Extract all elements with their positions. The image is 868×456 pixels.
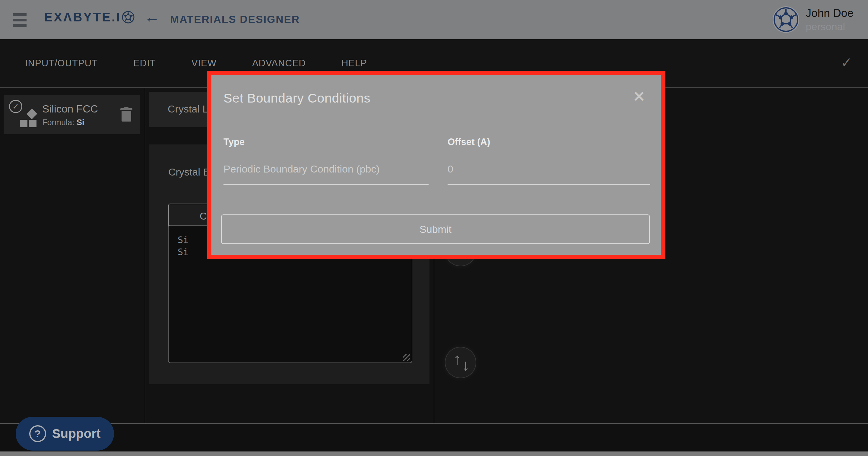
footer-divider [0, 423, 868, 424]
type-label: Type [223, 136, 429, 148]
offset-underline [447, 184, 650, 185]
delete-trash-icon[interactable] [120, 107, 133, 122]
material-formula: Formula: Si [42, 118, 85, 127]
dialog-title: Set Boundary Conditions [223, 91, 370, 105]
hamburger-menu-icon[interactable] [13, 13, 27, 27]
menu-item-advanced[interactable]: ADVANCED [252, 58, 306, 69]
set-boundary-conditions-dialog: Set Boundary Conditions ✕ Type Periodic … [207, 71, 665, 259]
brand-logo[interactable]: EXΛBYTE.I [44, 10, 135, 24]
menu-item-input-output[interactable]: INPUT/OUTPUT [25, 58, 98, 69]
crystal-lattice-title: Crystal L [168, 103, 208, 115]
user-org: personal [806, 21, 854, 33]
save-check-icon[interactable]: ✓ [841, 54, 852, 70]
avatar[interactable] [773, 6, 799, 33]
offset-input[interactable]: 0 [447, 163, 650, 175]
submit-button[interactable]: Submit [221, 214, 650, 244]
material-name: Silicon FCC [42, 103, 98, 115]
user-block[interactable]: John Doe personal [773, 0, 854, 39]
close-icon[interactable]: ✕ [633, 90, 645, 104]
arrow-down-icon: ↓ [462, 356, 470, 374]
offset-label: Offset (A) [447, 136, 650, 148]
type-field: Type Periodic Boundary Condition (pbc) [223, 136, 429, 185]
avatar-molecule-icon [773, 7, 799, 32]
menu-item-view[interactable]: VIEW [191, 58, 217, 69]
type-underline [223, 184, 429, 185]
menu-item-edit[interactable]: EDIT [133, 58, 156, 69]
brand-logo-text: EXΛBYTE.I [44, 10, 121, 24]
user-name: John Doe [806, 7, 854, 20]
support-button[interactable]: ? Support [16, 417, 114, 451]
help-question-icon: ? [29, 425, 46, 442]
type-select[interactable]: Periodic Boundary Condition (pbc) [223, 163, 429, 175]
sidebar-divider [145, 88, 145, 424]
swap-axes-button[interactable]: ↑ ↓ [445, 347, 476, 378]
selected-check-icon: ✓ [9, 100, 22, 113]
support-label: Support [52, 426, 101, 441]
back-arrow-icon[interactable]: ← [144, 8, 160, 26]
arrow-up-icon: ↑ [453, 350, 461, 368]
fullerene-logo-icon [122, 10, 135, 24]
bottom-status-bar [0, 452, 868, 456]
offset-field: Offset (A) 0 [447, 136, 650, 185]
page-title: MATERIALS DESIGNER [170, 13, 300, 25]
material-list-item[interactable]: ✓ Silicon FCC Formula: Si [4, 95, 140, 134]
app-bar: EXΛBYTE.I ← MATERIALS DESIGNER [0, 0, 868, 39]
crystal-basis-title: Crystal B [168, 166, 210, 178]
menu-item-help[interactable]: HELP [341, 58, 367, 69]
material-widgets-icon: ✓ [9, 100, 37, 128]
